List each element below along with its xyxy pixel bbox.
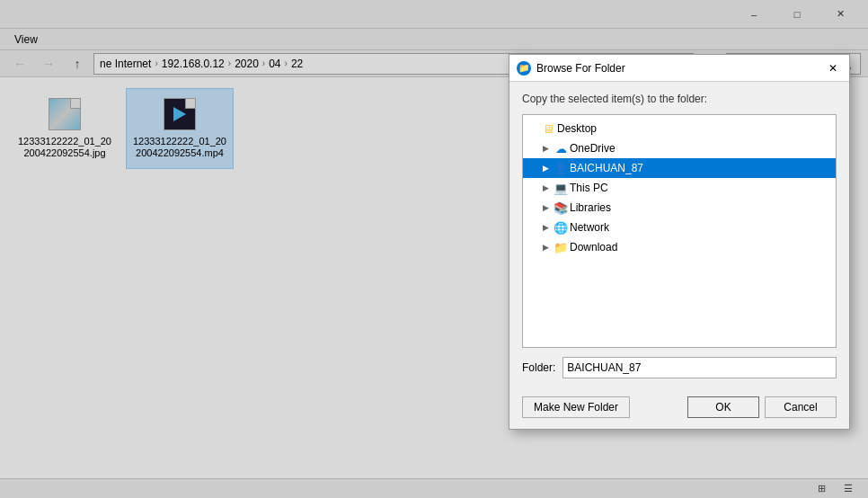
tree-label-baichuan: BAICHUAN_87 [570, 162, 832, 174]
expand-baichuan[interactable]: ▶ [539, 162, 552, 174]
expand-network[interactable]: ▶ [539, 221, 552, 234]
tree-label-download: Download [570, 241, 832, 253]
tree-item-baichuan[interactable]: ▶ 👤 BAICHUAN_87 [523, 158, 836, 178]
folder-value-input[interactable] [562, 357, 837, 378]
browse-folder-dialog: 📁 Browse For Folder ✕ Copy the selected … [509, 54, 850, 430]
tree-item-libraries[interactable]: ▶ 📚 Libraries [523, 198, 836, 218]
desktop-icon: 🖥 [541, 121, 555, 136]
tree-item-download[interactable]: ▶ 📁 Download [523, 237, 836, 257]
onedrive-icon: ☁ [554, 141, 568, 156]
thispc-icon: 💻 [554, 181, 568, 195]
dialog-instruction: Copy the selected item(s) to the folder: [522, 93, 837, 105]
dialog-right-buttons: OK Cancel [687, 396, 837, 418]
baichuan-icon: 👤 [554, 161, 568, 175]
tree-label-libraries: Libraries [570, 201, 832, 214]
network-icon: 🌐 [554, 220, 568, 235]
dialog-buttons: Make New Folder OK Cancel [522, 389, 837, 418]
main-window: – □ ✕ View ← → ↑ ne Internet › 192.168.0… [0, 0, 868, 498]
tree-item-thispc[interactable]: ▶ 💻 This PC [523, 178, 836, 198]
tree-item-desktop[interactable]: 🖥 Desktop [523, 119, 836, 138]
make-new-folder-button[interactable]: Make New Folder [522, 396, 630, 418]
expand-download[interactable]: ▶ [539, 241, 552, 253]
folder-tree[interactable]: 🖥 Desktop ▶ ☁ OneDrive ▶ 👤 BAICHUAN_87 [522, 114, 837, 348]
tree-item-network[interactable]: ▶ 🌐 Network [523, 218, 836, 237]
tree-label-thispc: This PC [570, 182, 832, 194]
tree-label-onedrive: OneDrive [570, 142, 832, 155]
libraries-icon: 📚 [554, 200, 568, 215]
expand-thispc[interactable]: ▶ [539, 182, 552, 194]
download-icon: 📁 [554, 240, 568, 254]
expand-desktop [527, 122, 539, 135]
folder-label: Folder: [522, 361, 555, 374]
dialog-close-button[interactable]: ✕ [824, 59, 842, 77]
tree-item-onedrive[interactable]: ▶ ☁ OneDrive [523, 138, 836, 158]
ok-button[interactable]: OK [687, 396, 759, 418]
expand-onedrive[interactable]: ▶ [539, 142, 552, 155]
dialog-body: Copy the selected item(s) to the folder:… [509, 82, 849, 429]
dialog-overlay: 📁 Browse For Folder ✕ Copy the selected … [0, 0, 868, 498]
tree-label-network: Network [570, 221, 832, 234]
tree-label-desktop: Desktop [557, 122, 832, 135]
folder-input-row: Folder: [522, 357, 837, 378]
dialog-title-bar: 📁 Browse For Folder ✕ [509, 55, 849, 82]
cancel-button[interactable]: Cancel [765, 396, 837, 418]
dialog-title-icon: 📁 [517, 61, 531, 76]
dialog-title-text: Browse For Folder [536, 62, 819, 75]
expand-libraries[interactable]: ▶ [539, 201, 552, 214]
